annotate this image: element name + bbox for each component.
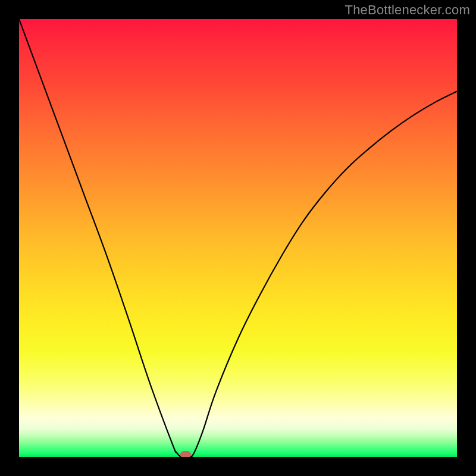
curve-path [19, 19, 457, 457]
plot-area [19, 19, 457, 457]
bottleneck-curve [19, 19, 457, 457]
chart-frame: TheBottlenecker.com [0, 0, 476, 476]
watermark-text: TheBottlenecker.com [345, 2, 470, 18]
optimal-marker [180, 451, 191, 457]
